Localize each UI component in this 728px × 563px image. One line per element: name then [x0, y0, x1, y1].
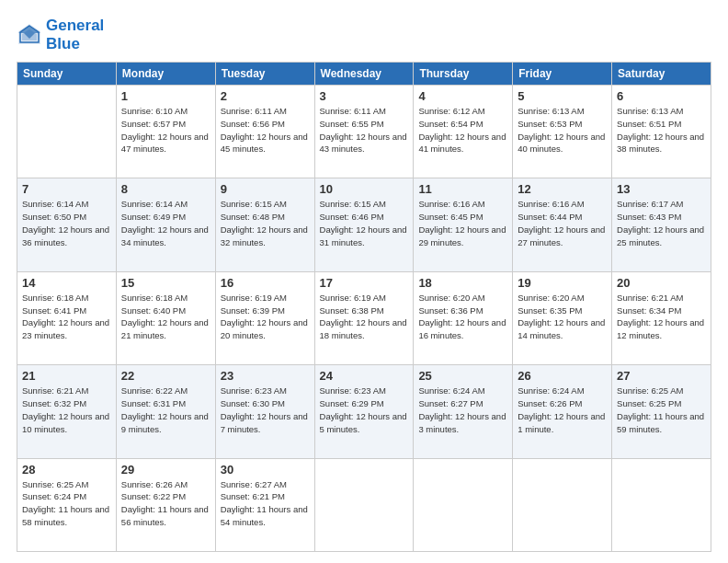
weekday-header-thursday: Thursday — [414, 63, 513, 86]
day-number: 7 — [22, 182, 111, 196]
calendar-cell: 2Sunrise: 6:11 AM Sunset: 6:56 PM Daylig… — [215, 86, 314, 178]
calendar-cell: 10Sunrise: 6:15 AM Sunset: 6:46 PM Dayli… — [314, 178, 414, 271]
cell-text: Sunrise: 6:10 AM Sunset: 6:57 PM Dayligh… — [121, 105, 210, 155]
weekday-header-tuesday: Tuesday — [215, 63, 314, 86]
cell-text: Sunrise: 6:24 AM Sunset: 6:27 PM Dayligh… — [418, 385, 507, 435]
page: General Blue SundayMondayTuesdayWednesda… — [0, 0, 728, 563]
cell-text: Sunrise: 6:18 AM Sunset: 6:41 PM Dayligh… — [22, 292, 111, 342]
calendar-cell: 20Sunrise: 6:21 AM Sunset: 6:34 PM Dayli… — [612, 271, 711, 364]
day-number: 9 — [221, 182, 310, 196]
cell-text: Sunrise: 6:12 AM Sunset: 6:54 PM Dayligh… — [418, 105, 507, 155]
day-number: 28 — [22, 463, 111, 477]
cell-text: Sunrise: 6:13 AM Sunset: 6:51 PM Dayligh… — [617, 105, 706, 155]
calendar-cell: 21Sunrise: 6:21 AM Sunset: 6:32 PM Dayli… — [17, 365, 117, 458]
week-row-2: 7Sunrise: 6:14 AM Sunset: 6:50 PM Daylig… — [17, 178, 711, 271]
day-number: 8 — [121, 182, 210, 196]
calendar-cell: 17Sunrise: 6:19 AM Sunset: 6:38 PM Dayli… — [314, 271, 414, 364]
day-number: 4 — [418, 89, 507, 103]
day-number: 18 — [418, 276, 507, 290]
cell-text: Sunrise: 6:17 AM Sunset: 6:43 PM Dayligh… — [617, 198, 706, 248]
day-number: 10 — [320, 182, 409, 196]
calendar-cell — [314, 458, 414, 551]
week-row-3: 14Sunrise: 6:18 AM Sunset: 6:41 PM Dayli… — [17, 271, 711, 364]
cell-text: Sunrise: 6:22 AM Sunset: 6:31 PM Dayligh… — [121, 385, 210, 435]
cell-text: Sunrise: 6:27 AM Sunset: 6:21 PM Dayligh… — [221, 478, 310, 529]
day-number: 17 — [320, 276, 409, 290]
calendar-cell: 8Sunrise: 6:14 AM Sunset: 6:49 PM Daylig… — [116, 178, 215, 271]
calendar-cell: 13Sunrise: 6:17 AM Sunset: 6:43 PM Dayli… — [612, 178, 711, 271]
day-number: 6 — [617, 89, 706, 103]
cell-text: Sunrise: 6:21 AM Sunset: 6:32 PM Dayligh… — [22, 385, 111, 435]
cell-text: Sunrise: 6:21 AM Sunset: 6:34 PM Dayligh… — [617, 292, 706, 342]
day-number: 20 — [617, 276, 706, 290]
calendar-cell: 4Sunrise: 6:12 AM Sunset: 6:54 PM Daylig… — [414, 86, 513, 178]
logo-icon — [17, 22, 42, 48]
cell-text: Sunrise: 6:23 AM Sunset: 6:30 PM Dayligh… — [221, 385, 310, 435]
cell-text: Sunrise: 6:19 AM Sunset: 6:38 PM Dayligh… — [320, 292, 409, 342]
day-number: 23 — [221, 369, 310, 383]
week-row-5: 28Sunrise: 6:25 AM Sunset: 6:24 PM Dayli… — [17, 458, 711, 551]
week-row-4: 21Sunrise: 6:21 AM Sunset: 6:32 PM Dayli… — [17, 365, 711, 458]
calendar-cell: 11Sunrise: 6:16 AM Sunset: 6:45 PM Dayli… — [414, 178, 513, 271]
day-number: 1 — [121, 89, 210, 103]
cell-text: Sunrise: 6:13 AM Sunset: 6:53 PM Dayligh… — [518, 105, 607, 155]
weekday-header-friday: Friday — [513, 63, 612, 86]
week-row-1: 1Sunrise: 6:10 AM Sunset: 6:57 PM Daylig… — [17, 86, 711, 178]
cell-text: Sunrise: 6:24 AM Sunset: 6:26 PM Dayligh… — [518, 385, 607, 435]
calendar-cell: 22Sunrise: 6:22 AM Sunset: 6:31 PM Dayli… — [116, 365, 215, 458]
day-number: 2 — [221, 89, 310, 103]
day-number: 26 — [518, 369, 607, 383]
cell-text: Sunrise: 6:26 AM Sunset: 6:22 PM Dayligh… — [121, 478, 210, 529]
day-number: 14 — [22, 276, 111, 290]
calendar-cell: 28Sunrise: 6:25 AM Sunset: 6:24 PM Dayli… — [17, 458, 117, 551]
cell-text: Sunrise: 6:25 AM Sunset: 6:24 PM Dayligh… — [22, 478, 111, 529]
cell-text: Sunrise: 6:11 AM Sunset: 6:55 PM Dayligh… — [320, 105, 409, 155]
calendar-cell: 5Sunrise: 6:13 AM Sunset: 6:53 PM Daylig… — [513, 86, 612, 178]
cell-text: Sunrise: 6:16 AM Sunset: 6:44 PM Dayligh… — [518, 198, 607, 248]
calendar-cell: 9Sunrise: 6:15 AM Sunset: 6:48 PM Daylig… — [215, 178, 314, 271]
cell-text: Sunrise: 6:18 AM Sunset: 6:40 PM Dayligh… — [121, 292, 210, 342]
day-number: 24 — [320, 369, 409, 383]
weekday-header-monday: Monday — [116, 63, 215, 86]
day-number: 5 — [518, 89, 607, 103]
header: General Blue — [17, 17, 711, 52]
logo-text: General Blue — [46, 17, 104, 52]
calendar-cell: 30Sunrise: 6:27 AM Sunset: 6:21 PM Dayli… — [215, 458, 314, 551]
day-number: 3 — [320, 89, 409, 103]
day-number: 19 — [518, 276, 607, 290]
day-number: 11 — [418, 182, 507, 196]
cell-text: Sunrise: 6:20 AM Sunset: 6:35 PM Dayligh… — [518, 292, 607, 342]
calendar-cell: 29Sunrise: 6:26 AM Sunset: 6:22 PM Dayli… — [116, 458, 215, 551]
day-number: 25 — [418, 369, 507, 383]
cell-text: Sunrise: 6:15 AM Sunset: 6:48 PM Dayligh… — [221, 198, 310, 248]
calendar-cell: 7Sunrise: 6:14 AM Sunset: 6:50 PM Daylig… — [17, 178, 117, 271]
day-number: 15 — [121, 276, 210, 290]
day-number: 29 — [121, 463, 210, 477]
weekday-header-wednesday: Wednesday — [314, 63, 414, 86]
logo: General Blue — [17, 17, 104, 52]
weekday-header-saturday: Saturday — [612, 63, 711, 86]
calendar-cell: 19Sunrise: 6:20 AM Sunset: 6:35 PM Dayli… — [513, 271, 612, 364]
calendar-cell: 16Sunrise: 6:19 AM Sunset: 6:39 PM Dayli… — [215, 271, 314, 364]
day-number: 21 — [22, 369, 111, 383]
calendar-cell — [17, 86, 117, 178]
cell-text: Sunrise: 6:15 AM Sunset: 6:46 PM Dayligh… — [320, 198, 409, 248]
calendar-cell — [612, 458, 711, 551]
day-number: 12 — [518, 182, 607, 196]
day-number: 27 — [617, 369, 706, 383]
day-number: 13 — [617, 182, 706, 196]
calendar-cell: 25Sunrise: 6:24 AM Sunset: 6:27 PM Dayli… — [414, 365, 513, 458]
cell-text: Sunrise: 6:14 AM Sunset: 6:49 PM Dayligh… — [121, 198, 210, 248]
cell-text: Sunrise: 6:23 AM Sunset: 6:29 PM Dayligh… — [320, 385, 409, 435]
cell-text: Sunrise: 6:16 AM Sunset: 6:45 PM Dayligh… — [418, 198, 507, 248]
cell-text: Sunrise: 6:25 AM Sunset: 6:25 PM Dayligh… — [617, 385, 706, 435]
calendar-cell — [414, 458, 513, 551]
calendar-cell: 3Sunrise: 6:11 AM Sunset: 6:55 PM Daylig… — [314, 86, 414, 178]
day-number: 16 — [221, 276, 310, 290]
calendar-cell: 23Sunrise: 6:23 AM Sunset: 6:30 PM Dayli… — [215, 365, 314, 458]
calendar-cell: 26Sunrise: 6:24 AM Sunset: 6:26 PM Dayli… — [513, 365, 612, 458]
calendar-cell: 6Sunrise: 6:13 AM Sunset: 6:51 PM Daylig… — [612, 86, 711, 178]
cell-text: Sunrise: 6:20 AM Sunset: 6:36 PM Dayligh… — [418, 292, 507, 342]
calendar-cell: 27Sunrise: 6:25 AM Sunset: 6:25 PM Dayli… — [612, 365, 711, 458]
day-number: 22 — [121, 369, 210, 383]
